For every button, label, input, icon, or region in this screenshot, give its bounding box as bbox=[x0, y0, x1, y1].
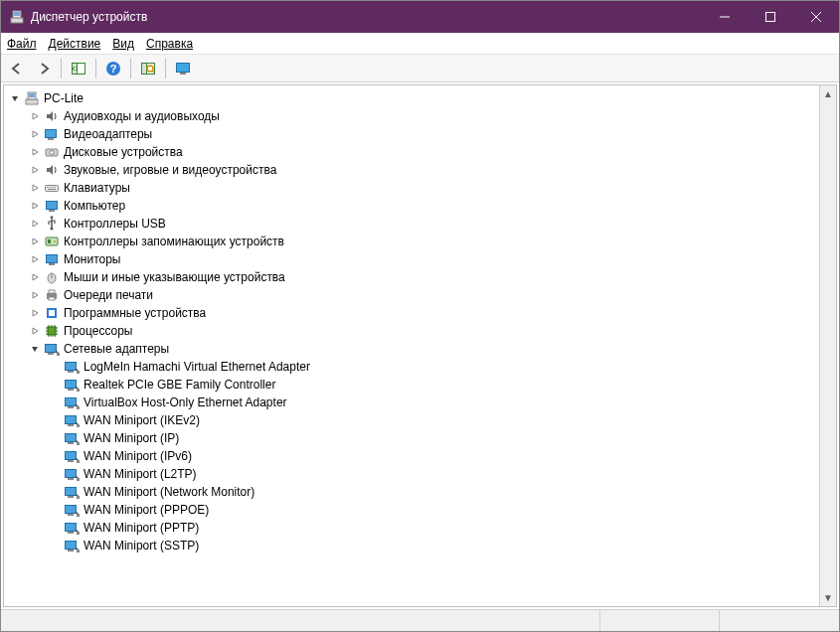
tree-device[interactable]: WAN Miniport (Network Monitor) bbox=[4, 483, 819, 501]
tree-device[interactable]: WAN Miniport (IPv6) bbox=[4, 447, 819, 465]
tree-category[interactable]: Процессоры bbox=[4, 322, 819, 340]
back-button[interactable] bbox=[5, 57, 29, 80]
device-label: WAN Miniport (L2TP) bbox=[84, 467, 197, 481]
expand-toggle[interactable] bbox=[28, 109, 42, 123]
menu-action[interactable]: Действие bbox=[49, 37, 101, 51]
tree-category[interactable]: Программные устройства bbox=[4, 304, 819, 322]
expand-toggle[interactable] bbox=[28, 306, 42, 320]
category-label: Процессоры bbox=[64, 324, 133, 338]
show-hide-tree-button[interactable] bbox=[67, 57, 90, 80]
tree-device[interactable]: WAN Miniport (L2TP) bbox=[4, 465, 819, 483]
tree-spacer bbox=[48, 485, 62, 499]
status-cell bbox=[720, 610, 839, 631]
menu-file[interactable]: Файл bbox=[7, 37, 37, 51]
tree-category[interactable]: Мыши и иные указывающие устройства bbox=[4, 268, 819, 286]
tree-device[interactable]: Realtek PCIe GBE Family Controller bbox=[4, 376, 819, 394]
svg-rect-74 bbox=[66, 434, 77, 442]
tree-device[interactable]: WAN Miniport (IKEv2) bbox=[4, 411, 819, 429]
expand-toggle[interactable] bbox=[28, 199, 42, 213]
menu-view[interactable]: Вид bbox=[112, 37, 134, 51]
tree-category[interactable]: Дисковые устройства bbox=[4, 143, 819, 161]
expand-toggle[interactable] bbox=[28, 252, 42, 266]
svg-rect-91 bbox=[77, 532, 80, 535]
expand-toggle[interactable] bbox=[28, 270, 42, 284]
expand-toggle[interactable] bbox=[28, 324, 42, 338]
cpu-icon bbox=[44, 323, 60, 339]
svg-rect-28 bbox=[53, 187, 54, 188]
tree-device[interactable]: WAN Miniport (IP) bbox=[4, 429, 819, 447]
menubar: Файл Действие Вид Справка bbox=[1, 33, 839, 55]
scroll-down-button[interactable]: ▼ bbox=[820, 589, 837, 606]
expand-toggle[interactable] bbox=[28, 217, 42, 231]
svg-rect-26 bbox=[49, 187, 50, 188]
tree-category[interactable]: Мониторы bbox=[4, 250, 819, 268]
tree-category[interactable]: Аудиовходы и аудиовыходы bbox=[4, 107, 819, 125]
category-label: Клавиатуры bbox=[64, 181, 130, 195]
svg-rect-43 bbox=[49, 297, 55, 300]
tree-category[interactable]: Звуковые, игровые и видеоустройства bbox=[4, 161, 819, 179]
svg-rect-88 bbox=[77, 514, 80, 517]
device-label: VirtualBox Host-Only Ethernet Adapter bbox=[84, 395, 287, 409]
svg-rect-19 bbox=[29, 93, 35, 97]
category-label: Сетевые адаптеры bbox=[64, 342, 169, 356]
svg-rect-73 bbox=[77, 424, 80, 427]
tree-device[interactable]: WAN Miniport (PPTP) bbox=[4, 519, 819, 537]
tree-device[interactable]: VirtualBox Host-Only Ethernet Adapter bbox=[4, 394, 819, 411]
tree-category[interactable]: Клавиатуры bbox=[4, 179, 819, 197]
svg-rect-70 bbox=[77, 406, 80, 409]
tree-category[interactable]: Видеоадаптеры bbox=[4, 125, 819, 143]
svg-rect-63 bbox=[68, 371, 74, 373]
svg-rect-60 bbox=[48, 353, 54, 355]
tree-device[interactable]: LogMeIn Hamachi Virtual Ethernet Adapter bbox=[4, 358, 819, 376]
tree-root[interactable]: PC-Lite bbox=[4, 89, 819, 107]
device-label: Realtek PCIe GBE Family Controller bbox=[84, 378, 275, 392]
close-button[interactable] bbox=[793, 1, 839, 33]
nic-icon bbox=[64, 466, 80, 482]
expand-toggle[interactable] bbox=[28, 235, 42, 248]
expand-toggle[interactable] bbox=[28, 288, 42, 302]
svg-rect-65 bbox=[66, 381, 77, 389]
tree-device[interactable]: WAN Miniport (SSTP) bbox=[4, 537, 819, 554]
svg-rect-93 bbox=[68, 550, 74, 552]
svg-rect-83 bbox=[66, 488, 77, 496]
category-label: Программные устройства bbox=[64, 306, 206, 320]
expand-toggle[interactable] bbox=[28, 181, 42, 195]
maximize-button[interactable] bbox=[748, 1, 793, 33]
expand-toggle[interactable] bbox=[28, 127, 42, 141]
help-button[interactable]: ? bbox=[101, 57, 125, 80]
expand-toggle[interactable] bbox=[28, 163, 42, 177]
nic-icon bbox=[64, 430, 80, 446]
scan-hardware-button[interactable] bbox=[136, 57, 160, 80]
minimize-button[interactable] bbox=[702, 1, 748, 33]
forward-button[interactable] bbox=[32, 57, 56, 80]
svg-rect-76 bbox=[77, 442, 80, 445]
nic-icon bbox=[64, 359, 80, 375]
toolbar-separator bbox=[130, 59, 131, 79]
tree-category[interactable]: Контроллеры запоминающих устройств bbox=[4, 233, 819, 250]
device-label: WAN Miniport (SSTP) bbox=[84, 539, 199, 553]
nic-icon bbox=[64, 377, 80, 393]
tree-category[interactable]: Сетевые адаптеры bbox=[4, 340, 819, 358]
svg-rect-34 bbox=[46, 237, 58, 245]
svg-text:?: ? bbox=[110, 63, 117, 75]
svg-rect-46 bbox=[48, 327, 56, 335]
scroll-up-button[interactable]: ▲ bbox=[820, 85, 837, 102]
svg-point-36 bbox=[54, 240, 56, 242]
device-tree[interactable]: PC-LiteАудиовходы и аудиовыходыВидеоадап… bbox=[4, 85, 819, 606]
collapse-toggle[interactable] bbox=[8, 91, 22, 105]
device-label: WAN Miniport (IP) bbox=[84, 431, 179, 445]
device-label: WAN Miniport (PPPOE) bbox=[84, 503, 209, 517]
monitor-button[interactable] bbox=[171, 57, 195, 80]
tree-device[interactable]: WAN Miniport (PPPOE) bbox=[4, 501, 819, 519]
keyboard-icon bbox=[44, 180, 60, 196]
category-label: PC-Lite bbox=[44, 91, 84, 105]
tree-category[interactable]: Компьютер bbox=[4, 197, 819, 215]
svg-rect-79 bbox=[77, 460, 80, 463]
menu-help[interactable]: Справка bbox=[146, 37, 193, 51]
vertical-scrollbar[interactable]: ▲ ▼ bbox=[819, 85, 836, 606]
collapse-toggle[interactable] bbox=[28, 342, 42, 356]
svg-rect-45 bbox=[49, 310, 55, 316]
tree-category[interactable]: Контроллеры USB bbox=[4, 215, 819, 233]
tree-category[interactable]: Очереди печати bbox=[4, 286, 819, 304]
expand-toggle[interactable] bbox=[28, 145, 42, 159]
